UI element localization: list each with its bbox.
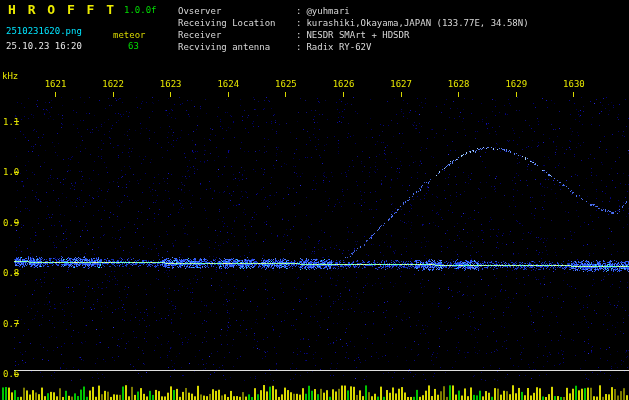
x-tick-label: 1628 — [445, 79, 473, 89]
x-tick-label: 1627 — [387, 79, 415, 89]
x-tick-label: 1629 — [502, 79, 530, 89]
x-tick-label: 1626 — [330, 79, 358, 89]
header-value: NESDR SMArt + HDSDR — [306, 29, 409, 41]
header-row: Ovserver:@yuhmari — [178, 5, 529, 17]
y-tick-label: 0.9 — [3, 218, 19, 228]
app-version: 1.0.0f — [124, 5, 157, 15]
y-tick-label: 0.6 — [3, 369, 19, 379]
y-tick-label: 1.0 — [3, 167, 19, 177]
screen: H R O F F T 1.0.0f 2510231620.png meteor… — [0, 0, 629, 400]
x-tick-label: 1623 — [157, 79, 185, 89]
y-tick-label: 1.1 — [3, 117, 19, 127]
header-value: kurashiki,Okayama,JAPAN (133.77E, 34.58N… — [306, 17, 528, 29]
header-row: Receiver:NESDR SMArt + HDSDR — [178, 29, 529, 41]
x-tick-label: 1630 — [560, 79, 588, 89]
x-tick-label: 1622 — [99, 79, 127, 89]
datetime: 25.10.23 16:20 — [6, 41, 82, 51]
spectrogram-canvas — [0, 0, 629, 400]
y-axis-unit: kHz — [2, 71, 18, 81]
x-tick-label: 1624 — [214, 79, 242, 89]
count: 63 — [128, 41, 139, 51]
mode-label: meteor — [113, 30, 146, 40]
header-separator: : — [296, 17, 301, 29]
header-value: Radix RY-62V — [306, 41, 371, 53]
header-label: Recviving antenna — [178, 41, 296, 53]
header-separator: : — [296, 41, 301, 53]
header-info: Ovserver:@yuhmari Receiving Location:kur… — [178, 5, 529, 53]
header-label: Receiving Location — [178, 17, 296, 29]
x-tick-label: 1621 — [42, 79, 70, 89]
y-tick-label: 0.7 — [3, 319, 19, 329]
header-separator: : — [296, 5, 301, 17]
filename: 2510231620.png — [6, 26, 82, 36]
app-title: H R O F F T — [8, 3, 116, 17]
header-row: Receiving Location:kurashiki,Okayama,JAP… — [178, 17, 529, 29]
header-label: Ovserver — [178, 5, 296, 17]
header-label: Receiver — [178, 29, 296, 41]
x-tick-label: 1625 — [272, 79, 300, 89]
y-tick-label: 0.8 — [3, 268, 19, 278]
header-value: @yuhmari — [306, 5, 349, 17]
header-separator: : — [296, 29, 301, 41]
header-row: Recviving antenna:Radix RY-62V — [178, 41, 529, 53]
